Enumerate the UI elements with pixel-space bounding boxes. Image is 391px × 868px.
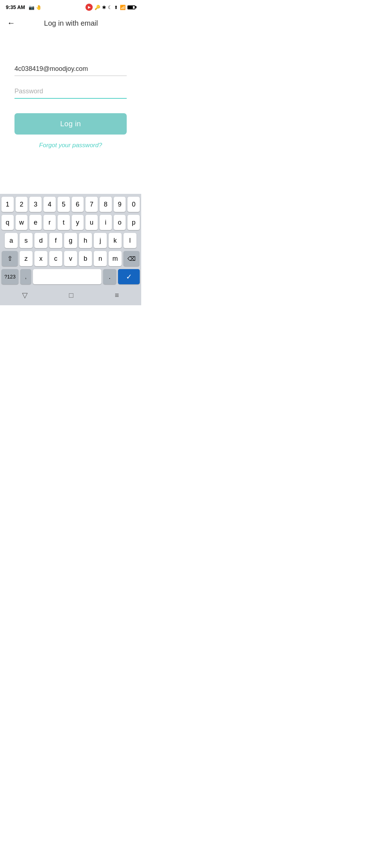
key-v[interactable]: v — [64, 251, 77, 266]
key-4[interactable]: 4 — [43, 197, 56, 212]
key-k[interactable]: k — [109, 233, 122, 248]
comma-key[interactable]: , — [20, 269, 31, 284]
nav-home-button[interactable]: □ — [62, 290, 81, 301]
key-6[interactable]: 6 — [72, 197, 84, 212]
space-key[interactable] — [33, 269, 101, 284]
key-7[interactable]: 7 — [85, 197, 98, 212]
status-bar: 9:35 AM 📷 🤚 ▶ 🔑 ✱ ☾ ⬆ 📶 — [0, 0, 141, 13]
key-j[interactable]: j — [94, 233, 107, 248]
delete-key[interactable]: ⌫ — [123, 251, 139, 266]
keyboard-number-row: 1 2 3 4 5 6 7 8 9 0 — [1, 197, 140, 212]
keyboard-row-3: ⇧ z x c v b n m ⌫ — [1, 251, 140, 266]
bluetooth-icon: ✱ — [102, 5, 106, 10]
key-z[interactable]: z — [20, 251, 33, 266]
email-input[interactable] — [14, 62, 127, 76]
key-f[interactable]: f — [49, 233, 62, 248]
key-g[interactable]: g — [64, 233, 77, 248]
key-9[interactable]: 9 — [114, 197, 126, 212]
key-x[interactable]: x — [34, 251, 47, 266]
key-i[interactable]: i — [100, 215, 112, 230]
key-s[interactable]: s — [20, 233, 33, 248]
wifi-icon: 📶 — [120, 5, 126, 10]
nav-bar: ▽ □ ≡ — [1, 287, 140, 304]
page-title: Log in with email — [21, 19, 121, 27]
keyboard-row-1: q w e r t y u i o p — [1, 215, 140, 230]
moon-icon: ☾ — [108, 5, 112, 10]
key-h[interactable]: h — [79, 233, 92, 248]
key-y[interactable]: y — [72, 215, 84, 230]
key-d[interactable]: d — [34, 233, 47, 248]
key-c[interactable]: c — [49, 251, 62, 266]
key-n[interactable]: n — [94, 251, 107, 266]
form-area: Log in Forgot your password? — [0, 33, 141, 156]
key-r[interactable]: r — [43, 215, 56, 230]
signal-icon: ⬆ — [114, 5, 118, 10]
camera-icon: 📷 — [29, 5, 34, 10]
header: ← Log in with email — [0, 13, 141, 33]
key-a[interactable]: a — [5, 233, 18, 248]
key-q[interactable]: q — [1, 215, 14, 230]
keyboard-row-2: a s d f g h j k l — [1, 233, 140, 248]
key-3[interactable]: 3 — [29, 197, 42, 212]
key-t[interactable]: t — [58, 215, 70, 230]
key-5[interactable]: 5 — [58, 197, 70, 212]
numbers-key[interactable]: ?123 — [1, 269, 18, 284]
login-button[interactable]: Log in — [14, 113, 127, 135]
battery-icon — [127, 5, 135, 9]
rec-icon: ▶ — [85, 4, 93, 11]
keyboard-bottom-row: ?123 , . ✓ — [1, 269, 140, 284]
key-p[interactable]: p — [127, 215, 140, 230]
key-u[interactable]: u — [85, 215, 98, 230]
enter-key[interactable]: ✓ — [118, 269, 140, 284]
key-w[interactable]: w — [16, 215, 28, 230]
key-icon: 🔑 — [94, 5, 100, 10]
key-2[interactable]: 2 — [16, 197, 28, 212]
key-l[interactable]: l — [123, 233, 136, 248]
key-8[interactable]: 8 — [100, 197, 112, 212]
back-button[interactable]: ← — [6, 17, 17, 29]
email-input-group — [14, 62, 127, 76]
period-key[interactable]: . — [103, 269, 116, 284]
keyboard: 1 2 3 4 5 6 7 8 9 0 q w e r t y u i o p … — [0, 194, 141, 305]
key-b[interactable]: b — [79, 251, 92, 266]
nav-back-button[interactable]: ▽ — [15, 289, 35, 301]
nav-recents-button[interactable]: ≡ — [108, 290, 126, 301]
key-m[interactable]: m — [109, 251, 122, 266]
key-e[interactable]: e — [29, 215, 42, 230]
status-time: 9:35 AM — [6, 4, 25, 10]
key-o[interactable]: o — [114, 215, 126, 230]
key-1[interactable]: 1 — [1, 197, 14, 212]
password-input-group — [14, 85, 127, 99]
password-input[interactable] — [14, 85, 127, 99]
forgot-password-link[interactable]: Forgot your password? — [14, 142, 127, 149]
key-0[interactable]: 0 — [127, 197, 140, 212]
shift-key[interactable]: ⇧ — [2, 251, 18, 266]
hand-icon: 🤚 — [36, 5, 42, 10]
